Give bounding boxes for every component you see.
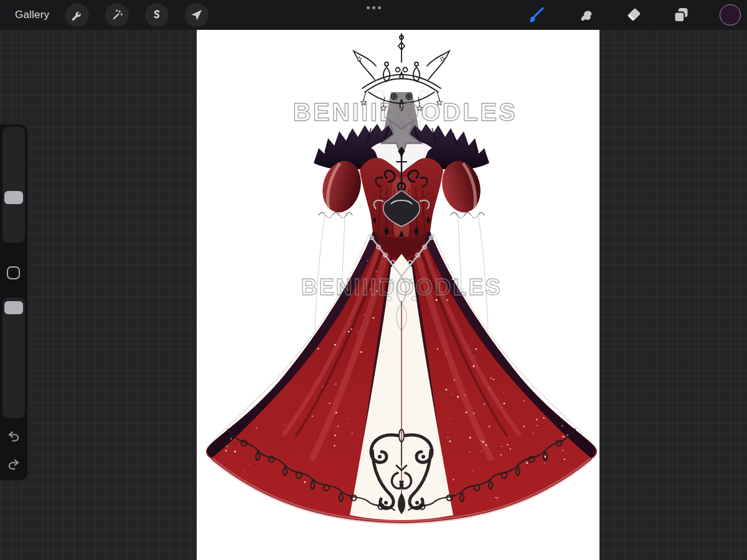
modify-button[interactable] bbox=[7, 266, 20, 279]
ballgown-artwork: BENIIIDOODLES bbox=[197, 30, 599, 560]
redo-button[interactable] bbox=[5, 456, 22, 474]
adjustments-button[interactable] bbox=[105, 3, 129, 27]
dot bbox=[367, 6, 370, 9]
undo-button[interactable] bbox=[5, 428, 22, 446]
paintbrush-icon bbox=[527, 6, 545, 24]
brush-sidebar bbox=[0, 124, 27, 480]
color-swatch-button[interactable] bbox=[720, 4, 741, 26]
actions-button[interactable] bbox=[65, 3, 89, 27]
top-toolbar: Gallery bbox=[0, 0, 747, 30]
layers-icon bbox=[672, 6, 690, 24]
eraser-icon bbox=[625, 6, 642, 24]
drawing-canvas[interactable]: BENIIIDOODLES bbox=[197, 30, 599, 560]
selection-button[interactable] bbox=[145, 3, 169, 27]
layers-button[interactable] bbox=[670, 4, 692, 26]
watermark-upper: BENIIIDOODLES bbox=[293, 98, 517, 126]
transform-button[interactable] bbox=[185, 3, 209, 27]
transform-arrow-icon bbox=[190, 8, 204, 22]
brush-size-slider[interactable] bbox=[2, 127, 25, 243]
magic-wand-icon bbox=[110, 8, 124, 22]
opacity-thumb[interactable] bbox=[4, 301, 23, 314]
smudge-finger-icon bbox=[578, 6, 595, 24]
canvas-menu-dots[interactable] bbox=[364, 4, 383, 11]
dot bbox=[372, 6, 375, 9]
brush-size-thumb[interactable] bbox=[4, 191, 23, 204]
erase-tool-button[interactable] bbox=[623, 4, 644, 26]
undo-arrow-icon bbox=[6, 429, 21, 444]
paint-tool-button[interactable] bbox=[525, 4, 547, 26]
opacity-slider[interactable] bbox=[2, 297, 25, 418]
selection-s-icon bbox=[150, 8, 164, 22]
redo-arrow-icon bbox=[6, 457, 21, 472]
gallery-button[interactable]: Gallery bbox=[15, 0, 49, 30]
smudge-tool-button[interactable] bbox=[576, 4, 597, 26]
watermark-lower: BENIIIDOODLES bbox=[301, 274, 502, 300]
wrench-icon bbox=[70, 8, 84, 22]
dot bbox=[378, 6, 381, 9]
